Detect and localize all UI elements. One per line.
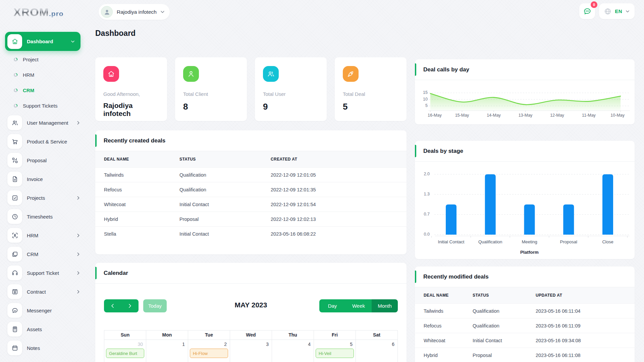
calendar-event[interactable]: Hi-Veil	[316, 349, 354, 358]
svg-text:14-May: 14-May	[487, 113, 501, 118]
calendar-date-number: 1	[146, 340, 188, 348]
stat-label: Total Deal	[343, 91, 398, 97]
table-cell: Qualification	[469, 304, 532, 318]
sidebar-item-label: HRM	[27, 233, 76, 238]
svg-text:16-May: 16-May	[428, 113, 442, 118]
sidebar-item-assets[interactable]: Assets	[5, 320, 80, 339]
calendar-view-week[interactable]: Week	[345, 299, 372, 312]
sidebar-subitem-crm[interactable]: CRM	[5, 82, 80, 98]
calendar-day-cell[interactable]: 30Geraldine Burt	[104, 340, 146, 362]
logo-suffix: .pro	[49, 10, 64, 17]
logo-text: XROM	[13, 6, 49, 18]
svg-text:2.0: 2.0	[424, 172, 430, 176]
deals-by-stage-bar-chart: 2.01.30.70.0Initial ContactQualification…	[415, 162, 635, 259]
headset-icon	[11, 269, 18, 277]
recently-created-deals-table: DEAL NAMESTATUSCREATED AT TailwindsQuali…	[95, 151, 407, 241]
sidebar-item-projects[interactable]: Projects	[5, 188, 80, 207]
language-selector[interactable]: EN	[599, 3, 635, 19]
card-title: Recently created deals	[95, 137, 165, 144]
sidebar-item-support-ticket[interactable]: Support Ticket	[5, 263, 80, 282]
avatar	[101, 6, 113, 18]
stat-card-total-user: Total User9	[255, 57, 327, 121]
deals-by-stage-card: Deals by stage 2.01.30.70.0Initial Conta…	[415, 141, 635, 259]
chevron-right-icon	[76, 196, 80, 200]
card-header: Deals by stage	[415, 141, 635, 162]
check-square-icon	[11, 194, 18, 201]
table-row: RefocusQualification2023-05-16 06:11:09	[415, 318, 635, 333]
chevron-right-icon	[76, 121, 80, 125]
iconbox	[7, 34, 22, 49]
sidebar: DashboardProjectHRMCRMSupport TicketsUse…	[0, 24, 84, 362]
column-header: STATUS	[176, 151, 267, 168]
calendar-view-month[interactable]: Month	[372, 299, 398, 312]
user-scan-icon	[11, 232, 18, 239]
bullet-ring-icon	[14, 58, 17, 61]
table-row: WhitecoatInitial Contact2023-05-16 09:34…	[415, 333, 635, 348]
calendar-day-cell[interactable]: 3	[230, 340, 272, 362]
table-cell: Whitecoat	[415, 333, 469, 348]
sidebar-subitem-support-tickets[interactable]: Support Tickets	[5, 98, 80, 113]
table-cell: 2023-05-16 09:34:08	[532, 333, 635, 348]
calendar-day-cell[interactable]: 1	[146, 340, 188, 362]
cards-icon	[11, 251, 18, 258]
app-logo: XROM.pro	[13, 5, 64, 21]
table-cell: Initial Contact	[176, 197, 267, 212]
sidebar-item-product-service[interactable]: Product & Service	[5, 132, 80, 151]
svg-text:Proposal: Proposal	[560, 239, 577, 244]
bullet-ring-icon	[14, 104, 17, 108]
sidebar-item-notes[interactable]: Notes	[5, 339, 80, 357]
recently-created-deals-card: Recently created deals DEAL NAMESTATUSCR…	[95, 130, 407, 254]
sidebar-item-label: Product & Service	[27, 139, 80, 144]
sidebar-subitem-project[interactable]: Project	[5, 52, 80, 67]
person-icon	[103, 8, 111, 16]
iconbox	[7, 284, 22, 299]
calendar-week-row: 30Geraldine Burt12Hi-Flow345Hi-Veil6	[104, 340, 397, 362]
sidebar-item-dashboard[interactable]: Dashboard	[5, 32, 80, 51]
sidebar-item-label: Support Ticket	[27, 270, 76, 276]
calendar-view-day[interactable]: Day	[319, 299, 345, 312]
sidebar-item-timesheets[interactable]: Timesheets	[5, 207, 80, 226]
table-cell: 2022-12-09 12:01:05	[267, 168, 407, 182]
messages-button[interactable]: 0	[579, 3, 595, 19]
table-cell: Proposal	[176, 212, 267, 227]
calendar-day-cell[interactable]: 5Hi-Veil	[314, 340, 356, 362]
sidebar-item-label: Assets	[27, 326, 80, 332]
svg-text:Initial Contact: Initial Contact	[438, 239, 465, 244]
stat-value: 9	[263, 102, 319, 112]
svg-text:Meeting: Meeting	[522, 239, 537, 244]
stat-card-total-client: Total Client8	[175, 57, 247, 121]
sidebar-item-label: Contract	[27, 289, 76, 295]
table-cell: Hybrid	[95, 212, 176, 227]
table-cell: Tailwinds	[95, 168, 176, 182]
svg-text:11-May: 11-May	[582, 113, 596, 118]
calendar-day-header: Wed	[230, 330, 272, 340]
sidebar-item-invoice[interactable]: Invoice	[5, 170, 80, 188]
iconbox	[7, 322, 22, 337]
calendar-day-cell[interactable]: 4	[272, 340, 314, 362]
sidebar-item-hrm[interactable]: HRM	[5, 226, 80, 245]
sidebar-item-crm[interactable]: CRM	[5, 245, 80, 263]
calendar-date-number: 6	[356, 340, 397, 348]
topbar-actions: 0 EN	[579, 3, 635, 19]
sidebar-subitem-label: CRM	[23, 87, 34, 93]
table-row: RefocusQualification2022-12-09 12:01:35	[95, 182, 407, 197]
table-row: HybridProposal2022-12-09 12:02:13	[95, 212, 407, 227]
company-name: Rajodiya infotech	[117, 9, 157, 15]
calendar-day-cell[interactable]: 6	[356, 340, 397, 362]
sidebar-item-user-management[interactable]: User Management	[5, 113, 80, 132]
deal-calls-area-chart: 1510516-May15-May14-May13-May12-May11-Ma…	[415, 80, 635, 124]
svg-text:15: 15	[423, 90, 428, 95]
table-cell: Qualification	[176, 168, 267, 182]
calendar-event[interactable]: Geraldine Burt	[106, 349, 144, 358]
calendar-day-header: Mon	[146, 330, 188, 340]
sidebar-item-proposal[interactable]: Proposal	[5, 151, 80, 170]
table-row: TailwindsQualification2023-05-16 06:11:0…	[415, 304, 635, 318]
calendar-day-cell[interactable]: 2Hi-Flow	[188, 340, 230, 362]
calendar-day-header: Sun	[104, 330, 146, 340]
sidebar-subitem-hrm[interactable]: HRM	[5, 67, 80, 82]
calendar-event[interactable]: Hi-Flow	[190, 349, 228, 358]
table-header: DEAL NAMESTATUSCREATED AT	[95, 151, 407, 168]
company-selector[interactable]: Rajodiya infotech	[99, 4, 170, 20]
sidebar-item-contract[interactable]: Contract	[5, 282, 80, 301]
sidebar-item-messenger[interactable]: Messenger	[5, 301, 80, 320]
